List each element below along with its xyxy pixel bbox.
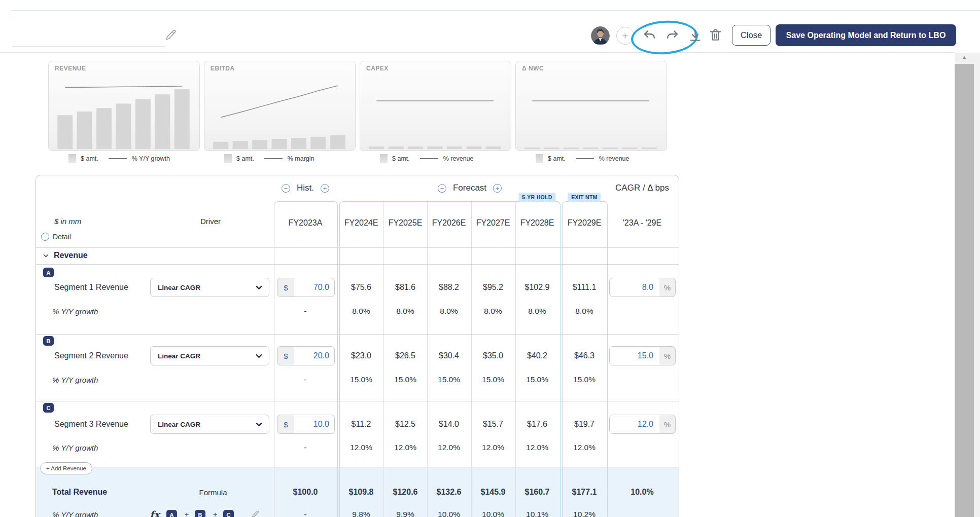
cell-growth: 12.0% <box>573 443 596 452</box>
cell-growth: 9.8% <box>352 510 370 517</box>
cell-growth: 8.0% <box>352 307 370 316</box>
cell-growth: 15.0% <box>573 375 596 384</box>
line-swatch-icon <box>576 158 594 159</box>
revenue-chart-card: REVENUE <box>48 61 200 151</box>
total-cagr-value: 10.0% <box>631 488 653 497</box>
operating-model-page: + Close Save Operating Model and Return … <box>0 0 980 517</box>
driver-value: Linear CAGR <box>158 352 200 360</box>
add-revenue-button[interactable]: + Add Revenue <box>40 462 92 474</box>
segment-a-badge: A <box>43 268 54 277</box>
exit-ntm-badge: EXIT NTM <box>568 193 601 202</box>
trash-icon[interactable] <box>708 27 723 42</box>
cell-growth: 15.0% <box>526 375 548 384</box>
cell-value: $14.0 <box>439 420 459 429</box>
col-header-fy2029e: FY2029E <box>568 218 602 228</box>
cell-growth: 10.1% <box>526 510 548 517</box>
chart-title: CAPEX <box>366 65 389 72</box>
cell-growth: 10.0% <box>482 510 504 517</box>
revenue-section-toggle[interactable]: Revenue <box>43 251 88 260</box>
line-swatch-icon <box>264 158 283 159</box>
segment-b-base-input[interactable]: 20.0 <box>294 346 335 365</box>
nwc-chart-card: Δ NWC <box>515 61 667 151</box>
row-divider <box>36 334 679 335</box>
capex-chart-card: CAPEX <box>360 61 511 151</box>
units-label: $ in mm <box>54 217 81 226</box>
detail-toggle[interactable]: − Detail <box>41 233 71 241</box>
line-swatch-icon <box>109 158 127 159</box>
segment-b-cagr-input[interactable]: 15.0 <box>609 346 660 365</box>
avatar[interactable] <box>591 26 610 45</box>
formula-term-c-badge: C <box>223 510 234 517</box>
segment-c-badge: C <box>43 403 54 413</box>
row-divider <box>36 401 679 401</box>
driver-value: Linear CAGR <box>158 421 200 428</box>
hist-expand-icon[interactable]: + <box>321 184 329 193</box>
formula-plus: + <box>185 510 189 517</box>
segment-a-cagr-input[interactable]: 8.0 <box>609 278 660 297</box>
scrollbar-thumb[interactable] <box>955 64 974 517</box>
hold-period-badge: 5-YR HOLD <box>518 193 555 202</box>
segment-c-base-input[interactable]: 10.0 <box>294 415 335 434</box>
hist-collapse-icon[interactable]: − <box>282 184 290 193</box>
percent-suffix: % <box>659 346 676 365</box>
cell-value: $111.1 <box>573 283 597 292</box>
legend-amount-label: $ amt. <box>548 155 566 162</box>
cell-value: $30.4 <box>439 351 459 360</box>
cell-growth: 12.0% <box>350 443 372 452</box>
forecast-collapse-icon[interactable]: − <box>438 184 446 193</box>
top-divider-2 <box>11 17 980 17</box>
col-header-fy2024e: FY2024E <box>344 218 378 228</box>
close-button[interactable]: Close <box>732 25 771 46</box>
cell-value: - <box>304 375 306 384</box>
segment-b-driver-dropdown[interactable]: Linear CAGR <box>150 346 269 365</box>
segment-c-driver-dropdown[interactable]: Linear CAGR <box>150 415 269 434</box>
edit-formula-pencil-icon[interactable] <box>251 510 260 517</box>
legend-amount-label: $ amt. <box>392 155 410 162</box>
chevron-down-icon <box>255 284 263 291</box>
segment-a-driver-dropdown[interactable]: Linear CAGR <box>150 278 269 297</box>
bar-swatch-icon <box>536 154 543 163</box>
line-swatch-icon <box>420 158 438 159</box>
nwc-chart-legend: $ amt. % revenue <box>536 153 629 164</box>
edit-title-pencil-icon[interactable] <box>164 28 178 42</box>
segment-c-cagr-input[interactable]: 12.0 <box>609 415 660 434</box>
cell-growth: 12.0% <box>438 443 460 452</box>
cell-value: $160.7 <box>525 488 550 497</box>
currency-prefix: $ <box>277 415 295 434</box>
model-title-input[interactable] <box>13 31 165 47</box>
detail-label: Detail <box>53 233 71 241</box>
cell-growth: 8.0% <box>484 307 502 316</box>
cell-growth: 8.0% <box>440 307 458 316</box>
cell-growth: - <box>304 510 306 517</box>
forecast-expand-icon[interactable]: + <box>493 184 502 193</box>
ebitda-chart-legend: $ amt. % margin <box>224 153 314 164</box>
col-header-fy2027e: FY2027E <box>476 218 510 228</box>
segment-a-base-input[interactable]: 70.0 <box>294 278 335 297</box>
cagr-header: CAGR / Δ bps <box>615 183 669 193</box>
column-separator <box>427 202 428 517</box>
chevron-down-icon <box>255 352 263 360</box>
revenue-chart-plot <box>49 63 198 151</box>
bar-swatch-icon <box>68 154 76 163</box>
col-header-fy2023a: FY2023A <box>289 218 323 228</box>
save-return-lbo-button[interactable]: Save Operating Model and Return to LBO <box>776 24 956 46</box>
formula-term-b-badge: B <box>195 510 205 517</box>
hist-header-group: − Hist. + <box>282 183 329 193</box>
cell-growth: 12.0% <box>526 443 548 452</box>
chart-title: Δ NWC <box>522 65 544 72</box>
col-header-cagr-range: '23A - '29E <box>623 218 661 228</box>
download-icon[interactable] <box>688 29 702 43</box>
cell-growth: 10.0% <box>438 510 460 517</box>
detail-collapse-icon[interactable]: − <box>41 233 49 241</box>
segment-b-badge: B <box>43 336 54 346</box>
row-divider <box>36 264 679 265</box>
legend-pct-label: % revenue <box>443 155 474 162</box>
segment-name: Segment 2 Revenue <box>54 351 128 360</box>
cell-value: - <box>304 443 306 452</box>
revenue-chart-legend: $ amt. % Y/Y growth <box>68 153 170 164</box>
growth-row-label: % Y/Y growth <box>52 444 98 452</box>
cell-value: $95.2 <box>483 283 503 292</box>
cell-value: $120.6 <box>393 488 418 497</box>
currency-prefix: $ <box>277 346 295 365</box>
scrollbar-up-arrow[interactable]: ▲ <box>955 54 974 60</box>
